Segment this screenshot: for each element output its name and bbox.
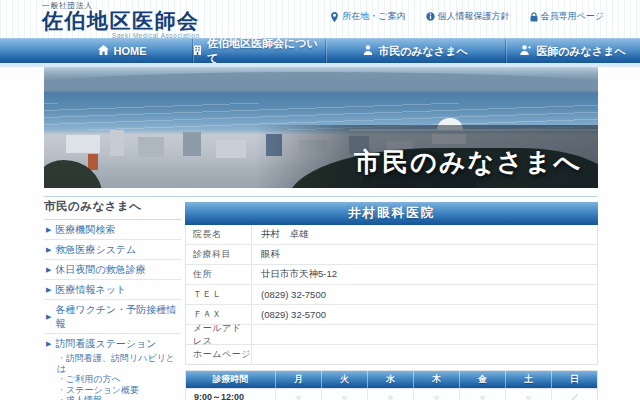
lock-icon [530,12,538,22]
sidebar-subitem[interactable]: ・ステーション概要 [44,385,181,396]
info-value [252,325,597,344]
triangle-bullet-icon: ▶ [46,266,51,274]
sidebar-item-label: 訪問看護ステーション [55,337,156,351]
info-value [252,345,597,364]
schedule-header-cell: 土 [506,371,552,388]
sidebar-item-label: 救急医療システム [55,243,136,257]
content-divider [44,196,598,197]
schedule-header-cell: 日 [552,371,597,388]
sidebar-item-label: 各種ワクチン・予防接種情報 [55,303,181,331]
main-nav: HOME 佐伯地区医師会について 市民のみなさまへ 医師のみなさまへ [0,38,640,63]
page: 一般社団法人 佐伯地区医師会 Saeki Medical Association… [0,0,640,400]
nav-item-about[interactable]: 佐伯地区医師会について [192,39,325,63]
doctor-icon [520,45,531,57]
nav-item-label: HOME [114,45,147,57]
schedule-cell: ○ [506,389,552,400]
info-label: 診療科目 [186,245,252,264]
schedule-header-cell: 金 [460,371,506,388]
sidebar-item-label: 医療情報ネット [55,283,126,297]
table-row: 診療科目 眼科 [186,245,597,265]
dot-bullet-icon: ・ [57,353,66,363]
info-value: (0829) 32-7500 [252,285,597,304]
info-value: (0829) 32-5700 [252,305,597,324]
sidebar-item-holiday-care[interactable]: ▶ 休日夜間の救急診療 [44,260,181,280]
sidebar-item-emergency-system[interactable]: ▶ 救急医療システム [44,240,181,260]
schedule-row-morning: 9:00～12:00 ○ ○ ○ ○ ○ ○ ／ [186,388,597,400]
sidebar-subitem-label: 訪問看護、訪問リハビリとは [57,353,175,374]
clinic-title-bar: 井村眼科医院 [185,202,598,225]
clinic-info-table: 院長名 井村 卓雄 診療科目 眼科 住所 廿日市市天神5-12 ＴＥＬ (082… [185,225,598,365]
sidebar-group-visiting-nurse: ▶ 訪問看護ステーション ・訪問看護、訪問リハビリとは ・ご利用の方へ ・ステー… [44,334,181,400]
sidebar: 市民のみなさまへ ▶ 医療機関検索 ▶ 救急医療システム ▶ 休日夜間の救急診療… [44,199,181,400]
sidebar-subitem[interactable]: ・求人情報 [44,395,181,400]
dot-bullet-icon: ・ [57,385,66,395]
nav-item-doctors[interactable]: 医師のみなさまへ [505,39,640,63]
site-logo[interactable]: 一般社団法人 佐伯地区医師会 Saeki Medical Association [42,2,200,40]
schedule-cell: ○ [322,389,368,400]
info-label: メールアドレス [186,325,252,344]
utility-link-privacy[interactable]: 個人情報保護方針 [426,10,510,23]
main-content: 井村眼科医院 院長名 井村 卓雄 診療科目 眼科 住所 廿日市市天神5-12 Ｔ… [185,202,598,400]
map-pin-icon [330,12,339,22]
utility-link-access[interactable]: 所在地・ご案内 [330,10,405,23]
triangle-bullet-icon: ▶ [46,340,51,348]
dot-bullet-icon: ・ [57,374,66,384]
schedule-cell: ／ [552,389,597,400]
utility-nav: 所在地・ご案内 個人情報保護方針 会員専用ページ [330,10,604,23]
sidebar-item-medical-info-net[interactable]: ▶ 医療情報ネット [44,280,181,300]
person-icon [363,45,373,57]
schedule-cell: ○ [276,389,322,400]
utility-link-label: 会員専用ページ [541,10,604,23]
nav-item-label: 医師のみなさまへ [536,44,626,59]
info-label: 住所 [186,265,252,284]
triangle-bullet-icon: ▶ [46,246,51,254]
nav-item-home[interactable]: HOME [0,39,192,63]
info-label: 院長名 [186,225,252,244]
schedule-cell: ○ [414,389,460,400]
info-value: 井村 卓雄 [252,225,597,244]
schedule-header-cell: 月 [276,371,322,388]
site-header: 一般社団法人 佐伯地区医師会 Saeki Medical Association… [0,0,640,38]
utility-link-members[interactable]: 会員専用ページ [530,10,604,23]
sidebar-item-label: 休日夜間の救急診療 [55,263,145,277]
schedule-table: 診療時間 月 火 水 木 金 土 日 9:00～12:00 ○ ○ ○ ○ ○ … [185,370,598,400]
schedule-header-cell: 木 [414,371,460,388]
sidebar-subitem-label: ご利用の方へ [66,374,121,384]
sidebar-subitem-label: ステーション概要 [66,385,139,395]
info-label: ホームページ [186,345,252,364]
schedule-header-cell: 水 [368,371,414,388]
sidebar-subitem-label: 求人情報 [66,395,102,400]
schedule-cell: ○ [460,389,506,400]
schedule-time-cell: 9:00～12:00 [186,389,276,400]
info-value: 廿日市市天神5-12 [252,265,597,284]
sidebar-title: 市民のみなさまへ [44,199,181,220]
table-row: メールアドレス [186,325,597,345]
table-row: 住所 廿日市市天神5-12 [186,265,597,285]
schedule-header-cell: 火 [322,371,368,388]
table-row: ホームページ [186,345,597,364]
nav-item-label: 市民のみなさまへ [378,44,468,59]
sidebar-item-label: 医療機関検索 [55,223,115,237]
schedule-header-row: 診療時間 月 火 水 木 金 土 日 [186,371,597,388]
nav-item-label: 佐伯地区医師会について [207,36,325,66]
schedule-header-cell: 診療時間 [186,371,276,388]
hero-banner: 市民のみなさまへ [44,67,598,188]
triangle-bullet-icon: ▶ [46,286,51,294]
table-row: 院長名 井村 卓雄 [186,225,597,245]
schedule-cell: ○ [368,389,414,400]
sidebar-subitem[interactable]: ・ご利用の方へ [44,374,181,385]
nav-item-citizens[interactable]: 市民のみなさまへ [325,39,505,63]
sidebar-subitem[interactable]: ・訪問看護、訪問リハビリとは [44,353,181,374]
sidebar-item-vaccines[interactable]: ▶ 各種ワクチン・予防接種情報 [44,300,181,334]
info-label: ＴＥＬ [186,285,252,304]
info-icon [426,12,435,21]
triangle-bullet-icon: ▶ [46,226,51,234]
sidebar-item-visiting-nurse[interactable]: ▶ 訪問看護ステーション [44,334,181,353]
home-icon [98,45,109,57]
building-icon [193,45,202,57]
info-value: 眼科 [252,245,597,264]
utility-link-label: 個人情報保護方針 [438,10,510,23]
sidebar-item-search[interactable]: ▶ 医療機関検索 [44,220,181,240]
triangle-bullet-icon: ▶ [46,313,51,321]
hero-mountains [44,72,598,91]
